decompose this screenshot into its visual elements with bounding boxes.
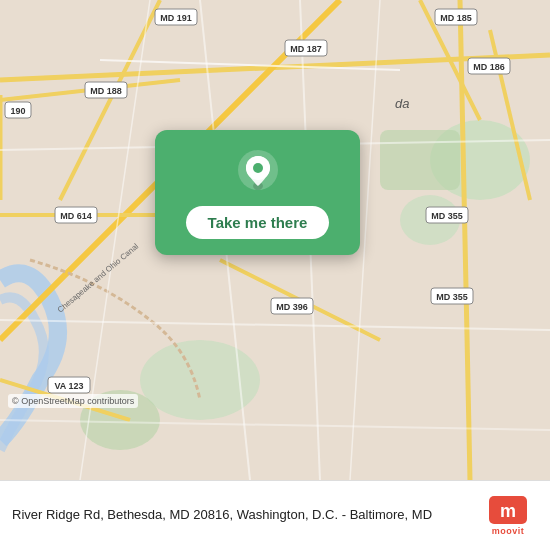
address-text: River Ridge Rd, Bethesda, MD 20816, Wash… bbox=[12, 506, 478, 524]
svg-point-52 bbox=[253, 163, 263, 173]
svg-text:MD 185: MD 185 bbox=[440, 13, 472, 23]
svg-text:190: 190 bbox=[10, 106, 25, 116]
svg-text:MD 186: MD 186 bbox=[473, 62, 505, 72]
svg-text:MD 191: MD 191 bbox=[160, 13, 192, 23]
moovit-label: moovit bbox=[492, 526, 525, 536]
svg-text:MD 187: MD 187 bbox=[290, 44, 322, 54]
moovit-icon: m bbox=[489, 496, 527, 524]
bottom-bar: River Ridge Rd, Bethesda, MD 20816, Wash… bbox=[0, 480, 550, 550]
take-me-there-button[interactable]: Take me there bbox=[186, 206, 330, 239]
svg-text:MD 614: MD 614 bbox=[60, 211, 92, 221]
map-container: MD 191 MD 185 MD 187 MD 188 MD 186 190 d… bbox=[0, 0, 550, 480]
pin-icon bbox=[236, 148, 280, 192]
svg-text:MD 396: MD 396 bbox=[276, 302, 308, 312]
moovit-logo: m moovit bbox=[478, 496, 538, 536]
location-card: Take me there bbox=[155, 130, 360, 255]
svg-text:MD 188: MD 188 bbox=[90, 86, 122, 96]
svg-text:m: m bbox=[500, 501, 516, 521]
copyright-text: © OpenStreetMap contributors bbox=[8, 394, 138, 408]
svg-text:MD 355: MD 355 bbox=[436, 292, 468, 302]
svg-text:VA 123: VA 123 bbox=[54, 381, 83, 391]
svg-text:MD 355: MD 355 bbox=[431, 211, 463, 221]
svg-text:da: da bbox=[395, 96, 409, 111]
svg-rect-3 bbox=[380, 130, 460, 190]
